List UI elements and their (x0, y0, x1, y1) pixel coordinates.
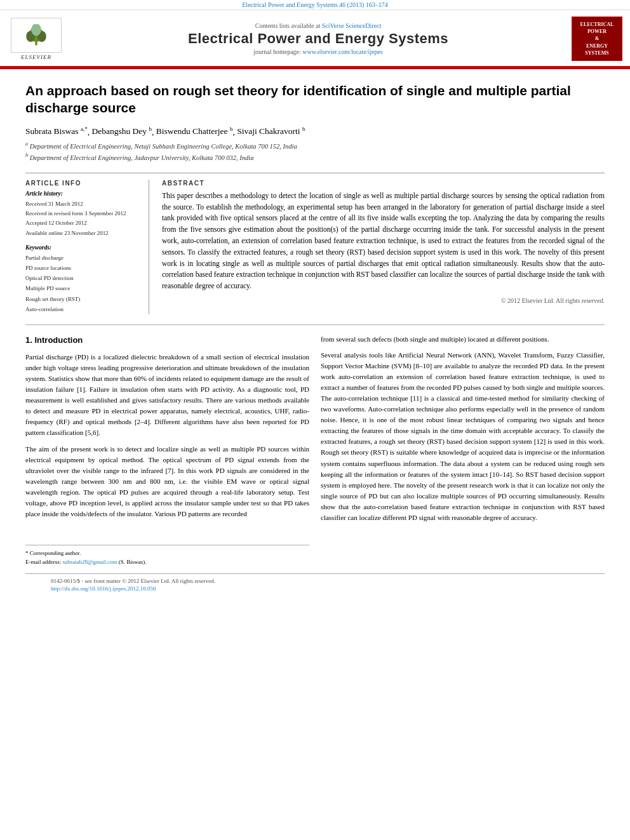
copyright-line: © 2012 Elsevier Ltd. All rights reserved… (162, 297, 605, 304)
section-divider (25, 324, 605, 325)
author-2: Debangshu Dey b (92, 126, 152, 136)
journal-reference-strip: Electrical Power and Energy Systems 46 (… (0, 0, 630, 10)
intro-col2-para-1: from several such defects (both single a… (321, 334, 605, 345)
keyword-5: Rough set theory (RST) (25, 294, 140, 304)
journal-homepage: journal homepage: www.elsevier.com/locat… (71, 48, 565, 55)
article-history-label: Article history: (25, 190, 140, 197)
author-3: Biswendu Chatterjee b (156, 126, 233, 136)
journal-logo-right: ELECTRICALPOWER&ENERGYSYSTEMS (572, 17, 622, 61)
sciverse-link[interactable]: SciVerse ScienceDirect (322, 22, 382, 29)
keywords-list: Partial discharge PD source locations Op… (25, 253, 140, 314)
affiliations: a Department of Electrical Engineering, … (25, 140, 605, 164)
elsevier-logo-img (11, 18, 62, 53)
page: Electrical Power and Energy Systems 46 (… (0, 0, 630, 840)
history-accepted: Accepted 12 October 2012 (25, 218, 140, 228)
keyword-1: Partial discharge (25, 253, 140, 263)
journal-header: ELSEVIER Contents lists available at Sci… (0, 10, 630, 67)
affiliation-b: b Department of Electrical Engineering, … (25, 152, 605, 163)
journal-center-header: Contents lists available at SciVerse Sci… (65, 22, 572, 55)
journal-top-bar: ELSEVIER Contents lists available at Sci… (0, 14, 630, 63)
journal-homepage-url[interactable]: www.elsevier.com/locate/ijepes (302, 48, 383, 55)
footnote-area: * Corresponding author. E-mail address: … (25, 545, 309, 567)
intro-para-2: The aim of the present work is to detect… (25, 444, 309, 519)
intro-heading: 1. Introduction (25, 334, 309, 347)
email-line: E-mail address: subratab28@gmail.com (S.… (25, 558, 309, 567)
affiliation-a: a Department of Electrical Engineering, … (25, 140, 605, 152)
page-footer: 0142-0615/$ - see front matter © 2012 El… (25, 573, 605, 597)
journal-reference: Electrical Power and Energy Systems 46 (… (242, 1, 388, 8)
keyword-4: Multiple PD source (25, 283, 140, 293)
two-col-body: 1. Introduction Partial discharge (PD) i… (25, 334, 605, 567)
keyword-3: Optical PD detection (25, 273, 140, 283)
authors-line: Subrata Biswas a,*, Debangshu Dey b, Bis… (25, 126, 605, 137)
keywords-label: Keywords: (25, 244, 140, 251)
author-1: Subrata Biswas a,* (25, 126, 88, 136)
abstract-text: This paper describes a methodology to de… (162, 190, 605, 292)
article-info-col: ARTICLE INFO Article history: Received 3… (25, 180, 149, 314)
pii-note: 0142-0615/$ - see front matter © 2012 El… (51, 578, 579, 584)
keyword-2: PD source locations (25, 263, 140, 273)
intro-col2-para-2: Several analysis tools like Artificial N… (321, 350, 605, 523)
article-history: Received 31 March 2012 Received in revis… (25, 199, 140, 238)
info-abstract-row: ARTICLE INFO Article history: Received 3… (25, 173, 605, 314)
elsevier-tree-svg (17, 24, 55, 46)
history-revised: Received in revised form 3 September 201… (25, 209, 140, 218)
corresponding-author-note: * Corresponding author. (25, 549, 309, 558)
doi-link[interactable]: http://dx.doi.org/10.1016/j.ijepes.2012.… (51, 585, 579, 592)
body-left-col: 1. Introduction Partial discharge (PD) i… (25, 334, 309, 567)
article-info-heading: ARTICLE INFO (25, 180, 140, 187)
email-address[interactable]: subratab28@gmail.com (62, 559, 117, 565)
article-body: An approach based on rough set theory fo… (0, 69, 630, 610)
author-4: Sivaji Chakravorti b (237, 126, 305, 136)
abstract-col: ABSTRACT This paper describes a methodol… (162, 180, 605, 314)
body-right-col: from several such defects (both single a… (321, 334, 605, 567)
svg-point-4 (31, 24, 41, 36)
elsevier-logo: ELSEVIER (8, 18, 65, 60)
history-online: Available online 23 November 2012 (25, 229, 140, 238)
elsevier-wordmark: ELSEVIER (21, 54, 51, 60)
sciverse-line: Contents lists available at SciVerse Sci… (71, 22, 565, 29)
keyword-6: Auto-correlation (25, 304, 140, 314)
intro-para-1: Partial discharge (PD) is a localized di… (25, 352, 309, 438)
history-received: Received 31 March 2012 (25, 199, 140, 209)
abstract-heading: ABSTRACT (162, 180, 605, 187)
journal-title: Electrical Power and Energy Systems (71, 30, 565, 47)
article-title: An approach based on rough set theory fo… (25, 82, 605, 117)
